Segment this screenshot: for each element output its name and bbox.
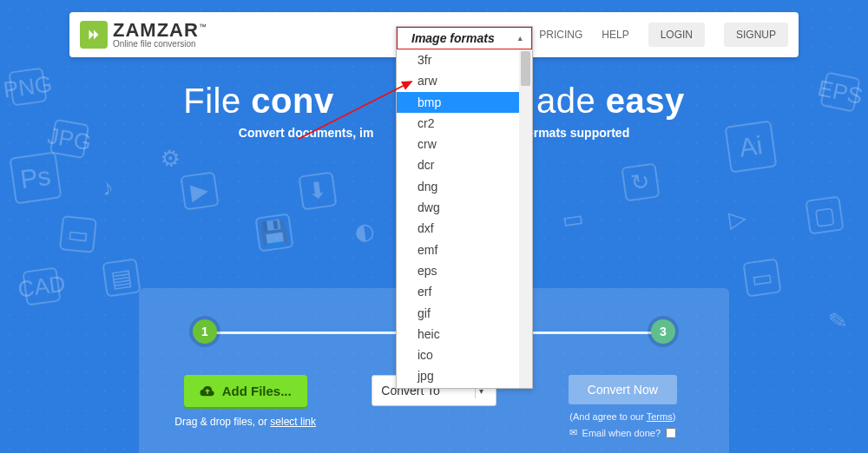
format-option-crw[interactable]: crw	[397, 134, 532, 154]
bg-icon-page: ▭	[553, 199, 592, 238]
bg-icon-play2: ▷	[718, 199, 757, 238]
format-option-ico[interactable]: ico	[397, 345, 532, 365]
bg-icon-png: PNG	[8, 67, 47, 106]
login-button[interactable]: LOGIN	[648, 23, 705, 47]
col-convert-now: Convert Now (And agree to our Terms) ✉ E…	[537, 375, 708, 438]
signup-button[interactable]: SIGNUP	[724, 23, 788, 47]
convert-now-button[interactable]: Convert Now	[569, 375, 677, 404]
bg-icon-jpg: JPG	[49, 119, 89, 159]
format-option-erf[interactable]: erf	[397, 281, 532, 302]
format-option-jpg[interactable]: jpg	[397, 365, 532, 386]
format-option-emf[interactable]: emf	[397, 240, 532, 260]
format-option-heic[interactable]: heic	[397, 324, 532, 345]
dropdown-list: 3frarwbmpcr2crwdcrdngdwgdxfemfepserfgifh…	[397, 49, 532, 388]
bg-icon-cad: CAD	[22, 266, 61, 305]
format-option-arw[interactable]: arw	[397, 70, 532, 91]
bg-icon-down: ⬇	[298, 171, 337, 210]
brand-tm: ™	[199, 23, 207, 31]
nav-pricing[interactable]: PRICING	[539, 29, 582, 41]
format-option-dwg[interactable]: dwg	[397, 197, 532, 218]
bg-icon-dot: ◐	[345, 211, 384, 250]
logo[interactable]: ZAMZAR™ Online file conversion	[80, 21, 207, 49]
bg-icon-refresh: ↻	[621, 162, 660, 201]
email-checkbox[interactable]	[666, 428, 676, 438]
nav-help[interactable]: HELP	[602, 29, 628, 41]
triangle-up-icon: ▴	[518, 34, 523, 43]
bg-icon-tape: ▭	[59, 215, 97, 253]
bg-icon-play: ▶	[180, 171, 219, 210]
terms-line: (And agree to our Terms)	[569, 411, 675, 422]
add-hint: Drag & drop files, or select link	[174, 416, 316, 428]
dropdown-header: Image formats ▴	[397, 27, 532, 49]
email-label: Email when done?	[582, 428, 661, 438]
format-option-dcr[interactable]: dcr	[397, 154, 532, 175]
format-option-jpeg[interactable]: jpeg	[397, 387, 532, 388]
add-files-label: Add Files...	[222, 384, 292, 398]
bg-icon-floppy: 💾	[254, 213, 293, 252]
scrollbar[interactable]	[519, 49, 532, 388]
select-link[interactable]: select link	[270, 416, 316, 428]
bg-icon-ps: Ps	[10, 152, 62, 205]
bg-icon-pencil: ✎	[819, 301, 858, 340]
brand-name: ZAMZAR	[113, 19, 199, 41]
bg-icon-book: ▤	[102, 258, 141, 297]
bg-icon-note: ♪	[88, 167, 127, 207]
bg-icon-eps: EPS	[819, 71, 860, 112]
add-files-button[interactable]: Add Files...	[184, 375, 307, 407]
logo-icon	[80, 21, 108, 49]
mail-icon: ✉	[569, 427, 577, 438]
format-option-eps[interactable]: eps	[397, 260, 532, 281]
step-3: 3	[651, 319, 675, 344]
bg-icon-frame: ▢	[805, 195, 844, 234]
format-option-bmp[interactable]: bmp	[397, 92, 532, 113]
col-add: Add Files... Drag & drop files, or selec…	[160, 375, 331, 428]
format-dropdown: Image formats ▴ 3frarwbmpcr2crwdcrdngdwg…	[396, 26, 533, 389]
format-option-dxf[interactable]: dxf	[397, 218, 532, 239]
step-1: 1	[193, 319, 217, 344]
email-when-done[interactable]: ✉ Email when done?	[569, 427, 677, 438]
bg-icon-ai: Ai	[725, 121, 778, 174]
cloud-upload-icon	[200, 385, 215, 397]
format-option-dng[interactable]: dng	[397, 176, 532, 197]
format-option-cr2[interactable]: cr2	[397, 113, 532, 134]
bg-icon-laptop: ▭	[742, 258, 781, 297]
brand-tagline: Online file conversion	[113, 40, 207, 49]
format-option-3fr[interactable]: 3fr	[397, 49, 532, 70]
scrollbar-thumb[interactable]	[521, 51, 530, 86]
terms-link[interactable]: Terms	[647, 411, 673, 422]
format-option-gif[interactable]: gif	[397, 303, 532, 324]
bg-icon-gear: ⚙	[150, 138, 189, 177]
